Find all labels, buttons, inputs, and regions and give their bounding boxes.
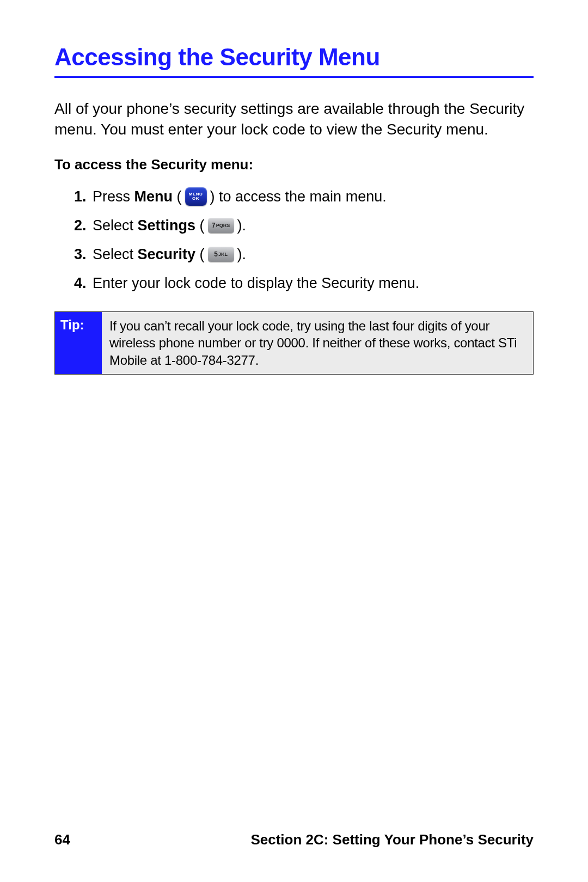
step-3: 3. Select Security ( 5JKL ). <box>74 244 534 265</box>
step-text-after: ). <box>237 244 247 265</box>
page-number: 64 <box>54 831 70 848</box>
key-5-icon: 5JKL <box>208 247 234 262</box>
page-title: Accessing the Security Menu <box>54 44 534 78</box>
step-text: Press Menu ( <box>93 186 182 207</box>
section-label: Section 2C: Setting Your Phone’s Securit… <box>250 831 534 848</box>
step-number: 2. <box>74 215 93 236</box>
step-text: Select Security ( <box>93 244 205 265</box>
steps-list: 1. Press Menu ( MENU OK ) to access the … <box>74 186 534 295</box>
tip-box: Tip: If you can’t recall your lock code,… <box>54 311 534 375</box>
step-text-after: ) to access the main menu. <box>210 186 387 207</box>
step-4: 4. Enter your lock code to display the S… <box>74 273 534 294</box>
step-number: 4. <box>74 273 93 294</box>
page-footer: 64 Section 2C: Setting Your Phone’s Secu… <box>54 831 534 848</box>
tip-body: If you can’t recall your lock code, try … <box>102 312 533 374</box>
intro-paragraph: All of your phone’s security settings ar… <box>54 99 534 140</box>
sub-heading: To access the Security menu: <box>54 156 534 173</box>
tip-label: Tip: <box>55 312 102 374</box>
step-text-after: ). <box>237 215 247 236</box>
key-7-icon: 7PQRS <box>208 218 234 233</box>
menu-ok-key-icon: MENU OK <box>185 187 207 206</box>
step-2: 2. Select Settings ( 7PQRS ). <box>74 215 534 236</box>
step-text: Enter your lock code to display the Secu… <box>93 273 419 294</box>
step-1: 1. Press Menu ( MENU OK ) to access the … <box>74 186 534 207</box>
step-number: 1. <box>74 186 93 207</box>
step-text: Select Settings ( <box>93 215 205 236</box>
step-number: 3. <box>74 244 93 265</box>
